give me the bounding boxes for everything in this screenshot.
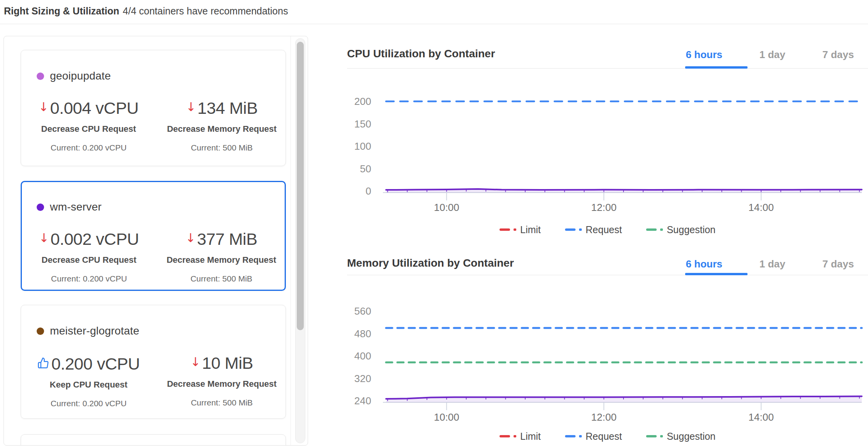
memory-action-label: Decrease Memory Request bbox=[158, 379, 286, 389]
container-card-partial[interactable] bbox=[21, 434, 286, 446]
svg-text:240: 240 bbox=[354, 395, 371, 407]
tab-1-day[interactable]: 1 day bbox=[760, 49, 786, 61]
container-card-meister-glogrotate[interactable]: meister-glogrotate 0.200 vCPU Keep CPU R… bbox=[21, 305, 286, 419]
svg-text:14:00: 14:00 bbox=[748, 202, 774, 213]
page-title: Right Sizing & Utilization bbox=[4, 5, 119, 16]
cpu-recommended-value: 0.002 vCPU bbox=[51, 230, 139, 248]
memory-action-label: Decrease Memory Request bbox=[158, 255, 285, 265]
svg-text:200: 200 bbox=[354, 96, 371, 107]
cpu-utilization-chart: 05010015020010:0012:0014:00 bbox=[347, 72, 868, 220]
memory-utilization-chart: 24032040048056010:0012:0014:00 bbox=[347, 279, 868, 427]
cpu-recommendation: ↓0.004 vCPU Decrease CPU Request Current… bbox=[25, 99, 152, 152]
memory-recommendation: ↓134 MiB Decrease Memory Request Current… bbox=[158, 99, 286, 152]
legend-item-request[interactable]: Request bbox=[565, 431, 622, 442]
cpu-recommendation: ↓0.002 vCPU Decrease CPU Request Current… bbox=[26, 230, 152, 283]
arrow-down-icon: ↓ bbox=[186, 231, 195, 245]
arrow-down-icon: ↓ bbox=[186, 100, 196, 114]
memory-recommendation: ↓377 MiB Decrease Memory Request Current… bbox=[158, 230, 285, 283]
svg-text:10:00: 10:00 bbox=[434, 411, 459, 423]
tab-1-day[interactable]: 1 day bbox=[760, 258, 786, 270]
memory-recommended-value: 134 MiB bbox=[197, 99, 257, 117]
arrow-down-icon: ↓ bbox=[39, 231, 49, 245]
cpu-current-value: Current: 0.200 vCPU bbox=[25, 399, 152, 408]
page-subtitle: 4/4 containers have recommendations bbox=[123, 5, 288, 16]
svg-text:50: 50 bbox=[360, 163, 371, 175]
svg-text:100: 100 bbox=[354, 140, 371, 152]
memory-action-label: Decrease Memory Request bbox=[158, 124, 286, 134]
cpu-recommendation: 0.200 vCPU Keep CPU Request Current: 0.2… bbox=[25, 354, 152, 408]
request-line-swatch bbox=[565, 435, 582, 437]
container-card-geoipupdate[interactable]: geoipupdate ↓0.004 vCPU Decrease CPU Req… bbox=[21, 50, 286, 166]
cpu-current-value: Current: 0.200 vCPU bbox=[25, 143, 152, 152]
container-name: geoipupdate bbox=[50, 70, 111, 82]
legend-item-suggestion[interactable]: Suggestion bbox=[646, 224, 716, 235]
svg-text:14:00: 14:00 bbox=[748, 411, 774, 423]
cpu-chart-title: CPU Utilization by Container bbox=[347, 48, 495, 60]
cpu-recommended-value: 0.200 vCPU bbox=[51, 354, 140, 373]
memory-current-value: Current: 500 MiB bbox=[158, 143, 286, 152]
tab-7-days[interactable]: 7 days bbox=[822, 258, 854, 270]
recommendations-panel: geoipupdate ↓0.004 vCPU Decrease CPU Req… bbox=[4, 36, 308, 446]
memory-current-value: Current: 500 MiB bbox=[158, 274, 285, 283]
cpu-recommended-value: 0.004 vCPU bbox=[50, 99, 139, 117]
legend-item-request[interactable]: Request bbox=[565, 224, 622, 235]
cpu-section-divider bbox=[347, 68, 868, 69]
container-color-dot bbox=[37, 327, 44, 335]
memory-current-value: Current: 500 MiB bbox=[158, 398, 286, 407]
memory-recommended-value: 10 MiB bbox=[202, 354, 253, 372]
container-card-wm-server[interactable]: wm-server ↓0.002 vCPU Decrease CPU Reque… bbox=[21, 181, 286, 291]
tab-6-hours[interactable]: 6 hours bbox=[686, 258, 723, 270]
memory-recommendation: ↓10 MiB Decrease Memory Request Current:… bbox=[158, 354, 286, 408]
page-header: Right Sizing & Utilization4/4 containers… bbox=[0, 0, 868, 24]
cpu-current-value: Current: 0.200 vCPU bbox=[26, 274, 152, 283]
svg-text:0: 0 bbox=[366, 185, 371, 197]
cpu-timerange-tabs: 6 hours 1 day 7 days bbox=[686, 49, 854, 61]
container-color-dot bbox=[37, 204, 44, 211]
arrow-down-icon: ↓ bbox=[191, 355, 200, 369]
cpu-action-label: Decrease CPU Request bbox=[26, 255, 152, 265]
scrollbar-track[interactable] bbox=[295, 38, 305, 443]
scrollbar-thumb[interactable] bbox=[297, 42, 304, 330]
request-line-swatch bbox=[565, 228, 582, 231]
limit-line-swatch bbox=[500, 228, 516, 231]
thumbs-up-icon bbox=[37, 354, 49, 373]
limit-line-swatch bbox=[500, 435, 516, 437]
container-name: wm-server bbox=[50, 201, 101, 213]
suggestion-line-swatch bbox=[646, 228, 663, 231]
arrow-down-icon: ↓ bbox=[39, 100, 48, 114]
legend-item-suggestion[interactable]: Suggestion bbox=[646, 431, 716, 442]
container-color-dot bbox=[37, 73, 44, 80]
memory-timerange-tabs: 6 hours 1 day 7 days bbox=[686, 258, 854, 270]
svg-text:480: 480 bbox=[354, 328, 371, 340]
memory-recommended-value: 377 MiB bbox=[197, 230, 257, 248]
memory-selected-tab-underline bbox=[685, 273, 748, 275]
svg-text:560: 560 bbox=[354, 305, 371, 317]
suggestion-line-swatch bbox=[646, 435, 663, 437]
container-name: meister-glogrotate bbox=[50, 325, 139, 337]
svg-text:12:00: 12:00 bbox=[591, 202, 616, 213]
svg-text:10:00: 10:00 bbox=[434, 202, 459, 213]
cpu-selected-tab-underline bbox=[685, 66, 748, 69]
memory-chart-legend: Limit Request Suggestion bbox=[347, 430, 868, 443]
cpu-action-label: Decrease CPU Request bbox=[25, 124, 152, 134]
svg-text:150: 150 bbox=[354, 118, 371, 130]
memory-section-divider bbox=[347, 275, 868, 275]
svg-text:12:00: 12:00 bbox=[591, 411, 616, 423]
cpu-action-label: Keep CPU Request bbox=[25, 380, 152, 390]
legend-item-limit[interactable]: Limit bbox=[500, 224, 541, 235]
tab-6-hours[interactable]: 6 hours bbox=[686, 49, 723, 61]
cpu-chart-legend: Limit Request Suggestion bbox=[347, 223, 868, 236]
svg-text:400: 400 bbox=[354, 350, 371, 362]
svg-text:320: 320 bbox=[354, 373, 371, 384]
panel-scroll-divider bbox=[291, 36, 291, 445]
legend-item-limit[interactable]: Limit bbox=[500, 431, 541, 442]
tab-7-days[interactable]: 7 days bbox=[822, 49, 854, 61]
memory-chart-title: Memory Utilization by Container bbox=[347, 257, 514, 269]
